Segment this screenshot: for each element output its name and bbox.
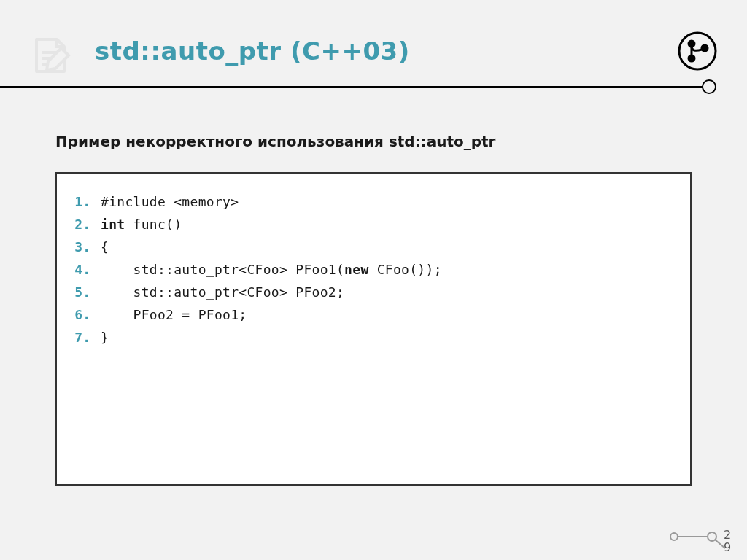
svg-point-4 xyxy=(689,41,694,47)
code-text: } xyxy=(101,327,109,349)
code-line: 1. #include <memory> xyxy=(71,191,676,214)
code-text: std::auto_ptr<CFoo> PFoo1(new CFoo()); xyxy=(101,259,442,281)
svg-point-5 xyxy=(689,55,694,61)
slide-title: std::auto_ptr (C++03) xyxy=(95,36,718,66)
git-branch-icon xyxy=(677,31,718,71)
document-edit-icon xyxy=(29,35,73,79)
slide-header: std::auto_ptr (C++03) xyxy=(0,0,747,66)
divider-line xyxy=(0,86,708,88)
code-text: #include <memory> xyxy=(101,191,239,214)
footer-branch-icon xyxy=(664,522,729,551)
code-text: int func() xyxy=(101,214,182,236)
code-text: std::auto_ptr<CFoo> PFoo2; xyxy=(101,281,344,304)
code-text: PFoo2 = PFoo1; xyxy=(101,304,247,327)
page-number: 2 9 xyxy=(722,529,732,554)
code-line: 3. { xyxy=(71,236,676,259)
line-number: 7. xyxy=(71,327,101,349)
line-number: 5. xyxy=(71,281,101,304)
code-line: 2. int func() xyxy=(71,214,676,236)
line-number: 1. xyxy=(71,191,101,214)
code-line: 7. } xyxy=(71,327,676,349)
code-line: 6. PFoo2 = PFoo1; xyxy=(71,304,676,327)
svg-point-7 xyxy=(670,533,678,540)
svg-point-6 xyxy=(702,45,708,51)
code-line: 5. std::auto_ptr<CFoo> PFoo2; xyxy=(71,281,676,304)
divider-dot-icon xyxy=(702,79,716,94)
line-number: 4. xyxy=(71,259,101,281)
page-number-digit: 9 xyxy=(722,542,732,554)
line-number: 2. xyxy=(71,214,101,236)
line-number: 6. xyxy=(71,304,101,327)
code-line: 4. std::auto_ptr<CFoo> PFoo1(new CFoo())… xyxy=(71,259,676,281)
code-example-box: 1. #include <memory> 2. int func() 3. { … xyxy=(55,172,692,486)
line-number: 3. xyxy=(71,236,101,259)
slide-subtitle: Пример некорректного использования std::… xyxy=(55,133,692,150)
code-text: { xyxy=(101,236,109,259)
